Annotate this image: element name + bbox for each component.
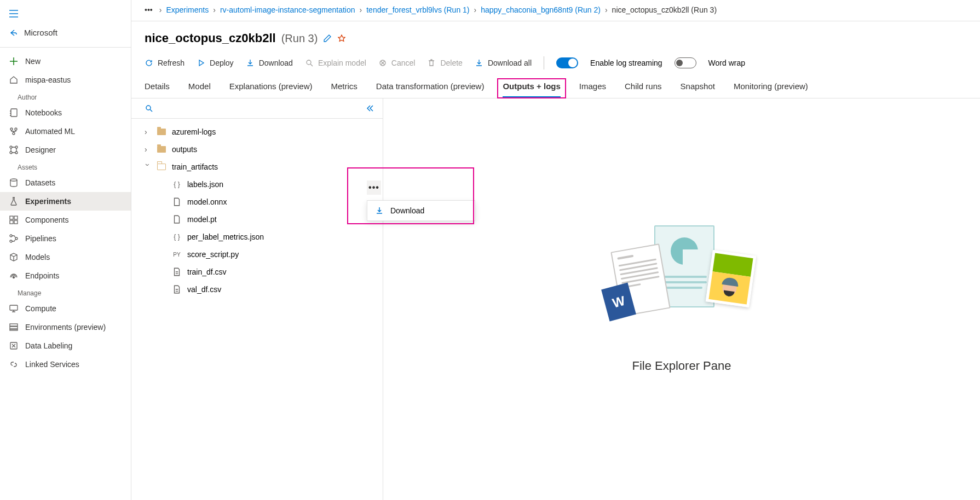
section-author: Author xyxy=(0,89,131,103)
more-actions-button[interactable]: ••• xyxy=(367,181,381,195)
sidebar-item-components[interactable]: Components xyxy=(0,211,131,229)
sidebar-item-workspace[interactable]: mispa-eastus xyxy=(0,71,131,89)
svg-rect-25 xyxy=(10,305,18,310)
hamburger-menu[interactable] xyxy=(0,4,131,25)
favorite-icon[interactable] xyxy=(337,34,346,43)
svg-point-10 xyxy=(15,128,17,130)
tab-metrics[interactable]: Metrics xyxy=(331,82,357,98)
tree-file[interactable]: model.pt xyxy=(131,211,383,228)
sidebar-label: Datasets xyxy=(25,178,55,187)
log-streaming-toggle[interactable] xyxy=(556,57,578,68)
sidebar-label: Endpoints xyxy=(25,271,59,280)
tree-file[interactable]: { } per_label_metrics.json xyxy=(131,228,383,246)
sidebar-item-new[interactable]: New xyxy=(0,52,131,71)
tab-explanations[interactable]: Explanations (preview) xyxy=(229,82,313,98)
refresh-button[interactable]: Refresh xyxy=(145,59,185,67)
sidebar-item-datalabeling[interactable]: Data Labeling xyxy=(0,336,131,355)
tab-model[interactable]: Model xyxy=(188,82,211,98)
tree-label: train_artifacts xyxy=(172,162,218,171)
sidebar-item-automl[interactable]: Automated ML xyxy=(0,122,131,141)
tree-file[interactable]: PY score_script.py xyxy=(131,246,383,263)
crumb-exp-name[interactable]: rv-automl-image-instance-segmentation xyxy=(220,5,355,14)
json-icon: { } xyxy=(172,232,182,242)
download-all-button[interactable]: Download all xyxy=(475,59,532,67)
sidebar-item-experiments[interactable]: Experiments xyxy=(0,192,131,211)
downloadall-label: Download all xyxy=(488,59,532,67)
sidebar-label: Components xyxy=(25,216,68,224)
svg-point-24 xyxy=(13,277,15,278)
tab-outputs-logs[interactable]: Outputs + logs xyxy=(503,82,560,98)
crumb-current: nice_octopus_cz0kb2ll (Run 3) xyxy=(612,5,717,14)
sidebar-item-endpoints[interactable]: Endpoints xyxy=(0,266,131,285)
tree-file[interactable]: val_df.csv xyxy=(131,281,383,298)
context-download[interactable]: Download xyxy=(367,201,475,220)
divider xyxy=(0,47,131,48)
crumb-experiments[interactable]: Experiments xyxy=(166,5,209,14)
svg-rect-17 xyxy=(10,216,13,219)
crumb-run2[interactable]: happy_chaconia_bgn68nt9 (Run 2) xyxy=(481,5,601,14)
tab-details[interactable]: Details xyxy=(145,82,170,98)
tab-snapshot[interactable]: Snapshot xyxy=(681,82,715,98)
chevron-right-icon: › xyxy=(605,5,608,14)
svg-point-22 xyxy=(15,237,18,240)
toolbar: Refresh Deploy Download Explain model Ca… xyxy=(131,53,980,76)
explorer-illustration: W xyxy=(599,225,764,346)
collapse-pane-icon[interactable] xyxy=(365,104,374,113)
tab-images[interactable]: Images xyxy=(579,82,606,98)
deploy-label: Deploy xyxy=(210,59,234,67)
tree-folder-open[interactable]: › train_artifacts xyxy=(131,158,383,176)
tree-label: train_df.csv xyxy=(187,268,227,276)
svg-rect-5 xyxy=(11,109,17,117)
folder-icon xyxy=(157,144,166,154)
page-title-row: nice_octopus_cz0kb2ll (Run 3) xyxy=(131,21,980,53)
svg-rect-27 xyxy=(10,327,18,329)
cancel-label: Cancel xyxy=(391,59,416,67)
sidebar-item-designer[interactable]: Designer xyxy=(0,141,131,159)
explorer-pane-label: File Explorer Pane xyxy=(632,359,731,373)
sidebar-item-models[interactable]: Models xyxy=(0,248,131,266)
tab-monitoring[interactable]: Monitoring (preview) xyxy=(734,82,808,98)
sidebar-item-datasets[interactable]: Datasets xyxy=(0,173,131,192)
tree-label: per_label_metrics.json xyxy=(187,232,264,241)
word-wrap-toggle[interactable] xyxy=(675,57,696,68)
tree-file[interactable]: train_df.csv xyxy=(131,263,383,281)
python-icon: PY xyxy=(172,249,182,259)
tab-childruns[interactable]: Child runs xyxy=(625,82,662,98)
sidebar-item-compute[interactable]: Compute xyxy=(0,299,131,318)
folder-open-icon xyxy=(157,162,166,172)
search-icon[interactable] xyxy=(145,104,153,113)
sidebar-item-environments[interactable]: Environments (preview) xyxy=(0,318,131,336)
context-menu: Download xyxy=(367,200,475,221)
tree-file[interactable]: { } labels.json xyxy=(131,176,383,193)
svg-rect-19 xyxy=(10,220,13,224)
tree-file[interactable]: model.onnx xyxy=(131,193,383,211)
tab-datatransformation[interactable]: Data transformation (preview) xyxy=(376,82,485,98)
sidebar-item-notebooks[interactable]: Notebooks xyxy=(0,103,131,122)
svg-point-32 xyxy=(146,106,151,110)
svg-point-15 xyxy=(15,152,18,154)
sidebar-label: Experiments xyxy=(25,197,71,206)
context-menu-area: ••• Download xyxy=(367,181,475,221)
sidebar-label: Data Labeling xyxy=(25,341,72,350)
section-manage: Manage xyxy=(0,285,131,299)
breadcrumb-overflow[interactable]: ••• xyxy=(142,5,155,14)
sidebar-item-pipelines[interactable]: Pipelines xyxy=(0,229,131,248)
refresh-label: Refresh xyxy=(158,59,185,67)
delete-button: Delete xyxy=(427,59,462,67)
tree-folder[interactable]: › azureml-logs xyxy=(131,123,383,141)
logstream-label: Enable log streaming xyxy=(590,59,662,67)
chevron-right-icon: › xyxy=(360,5,362,14)
edit-icon[interactable] xyxy=(323,34,332,43)
back-label: Microsoft xyxy=(24,28,57,37)
back-button[interactable]: Microsoft xyxy=(0,25,131,40)
crumb-run1[interactable]: tender_forest_vrbl9lvs (Run 1) xyxy=(366,5,469,14)
tree-folder[interactable]: › outputs xyxy=(131,141,383,158)
download-label: Download xyxy=(259,59,293,67)
svg-rect-20 xyxy=(14,220,18,224)
deploy-button[interactable]: Deploy xyxy=(197,59,234,67)
sidebar-item-linkedservices[interactable]: Linked Services xyxy=(0,355,131,374)
chevron-right-icon: › xyxy=(159,5,162,14)
download-button[interactable]: Download xyxy=(246,59,293,67)
sidebar-label: Automated ML xyxy=(25,127,75,136)
tree-label: model.onnx xyxy=(187,197,227,206)
